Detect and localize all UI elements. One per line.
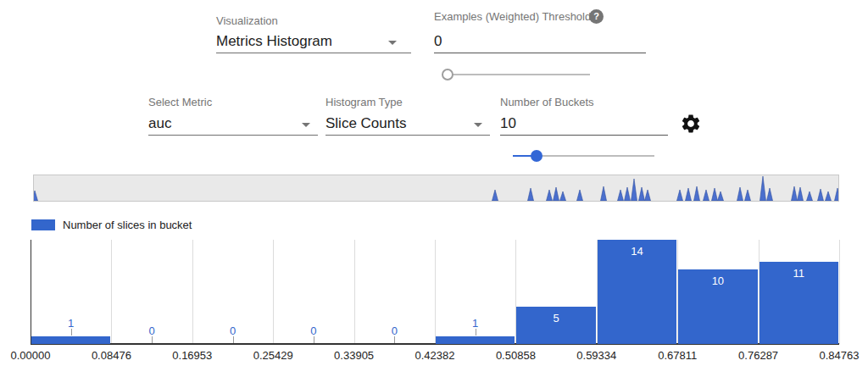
bar-annotation-stem <box>314 336 314 343</box>
threshold-input[interactable]: 0 <box>434 33 646 50</box>
threshold-label: Examples (Weighted) Threshold <box>434 10 591 23</box>
visualization-value[interactable]: Metrics Histogram <box>216 33 411 50</box>
help-icon[interactable]: ? <box>589 9 604 24</box>
num-buckets-label: Number of Buckets <box>500 96 594 108</box>
bar-annotation-stem <box>476 329 476 336</box>
x-tick-label: 0.33905 <box>314 349 394 362</box>
x-tick-label: 0.76287 <box>719 349 798 362</box>
histogram-bar[interactable] <box>31 336 110 344</box>
x-tick-label: 0.08476 <box>71 349 151 362</box>
bar-annotation-stem <box>233 336 234 343</box>
bar-value-label: 0 <box>354 324 435 337</box>
visualization-dropdown[interactable]: Metrics Histogram <box>216 33 411 50</box>
slice-overview-strip[interactable] <box>33 175 839 202</box>
histogram-type-label: Histogram Type <box>326 96 403 108</box>
visualization-underline <box>216 53 411 53</box>
x-tick-label: 0.67811 <box>637 349 717 362</box>
histogram-type-underline <box>326 135 490 136</box>
threshold-slider-track[interactable] <box>448 74 590 75</box>
select-metric-label: Select Metric <box>148 96 212 108</box>
x-tick-label: 0.25429 <box>233 349 313 362</box>
num-buckets-slider-thumb[interactable] <box>531 150 542 162</box>
metrics-histogram-chart[interactable]: 0.000000.084760.169530.254290.339050.423… <box>0 238 868 366</box>
num-buckets-underline <box>500 135 668 136</box>
legend-label: Number of slices in bucket <box>63 219 192 231</box>
visualization-label: Visualization <box>216 14 278 27</box>
bar-value-label: 5 <box>515 312 596 324</box>
settings-gear-icon[interactable] <box>680 113 702 135</box>
x-tick-label: 0.50858 <box>476 349 555 362</box>
bar-value-label: 1 <box>435 317 515 330</box>
bar-value-label: 0 <box>273 324 353 337</box>
bar-value-label: 14 <box>597 245 677 258</box>
chevron-down-icon[interactable] <box>388 41 397 45</box>
legend-swatch <box>31 219 55 230</box>
x-tick-label: 0.59334 <box>557 349 637 362</box>
bar-annotation-stem <box>71 329 72 336</box>
select-metric-underline <box>148 135 318 136</box>
x-tick-label: 0.42382 <box>395 349 475 362</box>
chevron-down-icon[interactable] <box>474 123 482 127</box>
gridline <box>839 240 840 344</box>
chevron-down-icon[interactable] <box>302 123 310 127</box>
select-metric-value[interactable]: auc <box>148 115 318 132</box>
chart-legend: Number of slices in bucket <box>31 219 192 231</box>
bar-value-label: 0 <box>111 324 192 337</box>
histogram-type-dropdown[interactable]: Slice Counts <box>326 115 490 132</box>
histogram-type-value[interactable]: Slice Counts <box>326 115 490 132</box>
threshold-underline <box>434 53 646 53</box>
x-tick-label: 0.16953 <box>153 349 232 362</box>
x-tick-label: 0.00000 <box>0 349 70 362</box>
bar-value-label: 1 <box>31 317 111 330</box>
num-buckets-value[interactable]: 10 <box>500 115 668 132</box>
bar-value-label: 0 <box>192 324 273 337</box>
select-metric-dropdown[interactable]: auc <box>148 115 318 132</box>
histogram-bar[interactable] <box>436 336 515 344</box>
num-buckets-input[interactable]: 10 <box>500 115 668 132</box>
bar-value-label: 11 <box>759 267 839 280</box>
bar-annotation-stem <box>394 336 395 343</box>
x-tick-label: 0.84763 <box>799 349 868 362</box>
slice-overview-spikes <box>34 175 838 201</box>
bar-annotation-stem <box>152 336 153 343</box>
threshold-slider-thumb[interactable] <box>442 69 453 80</box>
threshold-value[interactable]: 0 <box>434 33 646 50</box>
bar-value-label: 10 <box>677 274 758 287</box>
